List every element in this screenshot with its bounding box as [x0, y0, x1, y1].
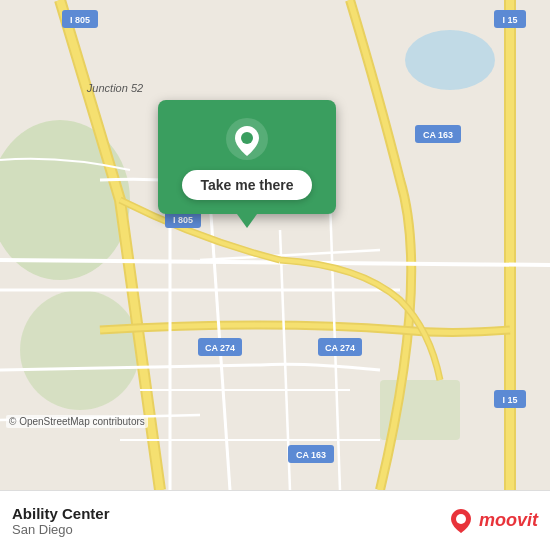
svg-text:CA 274: CA 274 — [325, 343, 355, 353]
svg-text:I 805: I 805 — [70, 15, 90, 25]
take-me-there-button[interactable]: Take me there — [182, 170, 311, 200]
location-name: Ability Center — [12, 505, 110, 522]
popup-card: Take me there — [158, 100, 336, 214]
svg-text:CA 274: CA 274 — [205, 343, 235, 353]
osm-credit: © OpenStreetMap contributors — [6, 415, 148, 428]
location-pin-icon — [226, 118, 268, 160]
svg-point-2 — [20, 290, 140, 410]
map-container: I 805 I 15 I 15 CA 163 I 805 CA 274 CA 2… — [0, 0, 550, 490]
svg-text:I 15: I 15 — [502, 395, 517, 405]
svg-text:I 805: I 805 — [173, 215, 193, 225]
svg-text:Junction 52: Junction 52 — [86, 82, 143, 94]
svg-text:I 15: I 15 — [502, 15, 517, 25]
bottom-bar: Ability Center San Diego moovit — [0, 490, 550, 550]
location-city: San Diego — [12, 522, 110, 537]
svg-point-4 — [405, 30, 495, 90]
svg-text:CA 163: CA 163 — [296, 450, 326, 460]
location-info: Ability Center San Diego — [12, 505, 110, 537]
svg-point-23 — [241, 132, 253, 144]
moovit-label: moovit — [479, 510, 538, 531]
svg-text:CA 163: CA 163 — [423, 130, 453, 140]
moovit-pin-icon — [447, 507, 475, 535]
svg-point-24 — [456, 514, 466, 524]
moovit-logo: moovit — [447, 507, 538, 535]
